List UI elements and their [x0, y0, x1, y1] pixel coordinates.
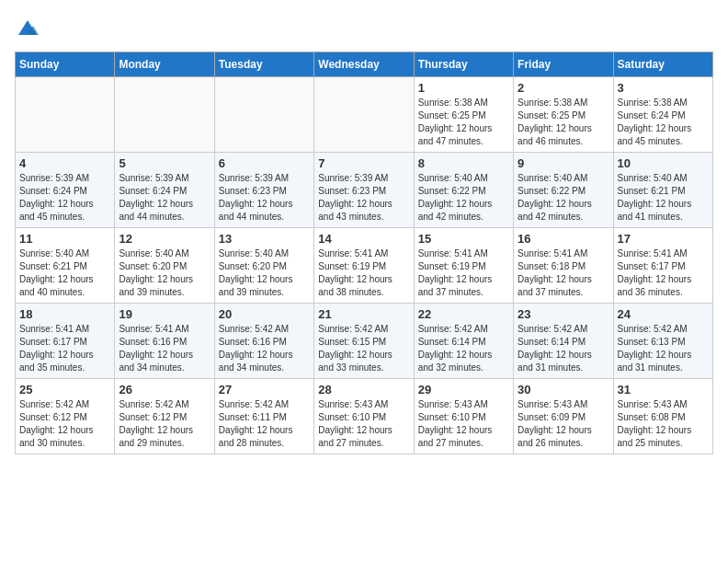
day-info: Sunrise: 5:38 AM Sunset: 6:25 PM Dayligh… — [418, 97, 509, 148]
day-info: Sunrise: 5:41 AM Sunset: 6:16 PM Dayligh… — [119, 323, 210, 374]
day-info: Sunrise: 5:43 AM Sunset: 6:10 PM Dayligh… — [318, 398, 409, 450]
calendar-day-header: Thursday — [414, 52, 513, 77]
calendar-cell: 12Sunrise: 5:40 AM Sunset: 6:20 PM Dayli… — [115, 228, 214, 304]
calendar-cell: 22Sunrise: 5:42 AM Sunset: 6:14 PM Dayli… — [414, 304, 513, 379]
calendar-cell: 24Sunrise: 5:42 AM Sunset: 6:13 PM Dayli… — [613, 304, 712, 379]
calendar-cell: 20Sunrise: 5:42 AM Sunset: 6:16 PM Dayli… — [214, 304, 313, 379]
calendar-cell: 21Sunrise: 5:42 AM Sunset: 6:15 PM Dayli… — [314, 304, 414, 379]
day-info: Sunrise: 5:39 AM Sunset: 6:24 PM Dayligh… — [19, 172, 110, 224]
calendar-cell: 16Sunrise: 5:41 AM Sunset: 6:18 PM Dayli… — [514, 228, 613, 304]
calendar-cell: 23Sunrise: 5:42 AM Sunset: 6:14 PM Dayli… — [514, 304, 613, 379]
calendar-cell: 1Sunrise: 5:38 AM Sunset: 6:25 PM Daylig… — [414, 77, 513, 153]
day-info: Sunrise: 5:40 AM Sunset: 6:21 PM Dayligh… — [618, 172, 709, 224]
day-number: 27 — [219, 383, 310, 396]
day-info: Sunrise: 5:41 AM Sunset: 6:19 PM Dayligh… — [318, 247, 409, 299]
calendar-cell — [314, 77, 414, 153]
day-number: 24 — [618, 307, 709, 321]
day-number: 13 — [219, 232, 310, 246]
day-number: 21 — [318, 307, 409, 321]
day-info: Sunrise: 5:42 AM Sunset: 6:14 PM Dayligh… — [518, 323, 609, 374]
day-info: Sunrise: 5:42 AM Sunset: 6:14 PM Dayligh… — [418, 323, 509, 374]
calendar-cell: 13Sunrise: 5:40 AM Sunset: 6:20 PM Dayli… — [214, 228, 313, 304]
logo — [15, 15, 42, 40]
day-number: 20 — [219, 307, 310, 321]
calendar-cell — [115, 77, 214, 153]
calendar-week-row: 11Sunrise: 5:40 AM Sunset: 6:21 PM Dayli… — [16, 228, 713, 304]
calendar-day-header: Sunday — [16, 52, 115, 77]
day-number: 14 — [318, 232, 409, 246]
calendar-cell: 31Sunrise: 5:43 AM Sunset: 6:08 PM Dayli… — [613, 379, 712, 454]
calendar-cell: 26Sunrise: 5:42 AM Sunset: 6:12 PM Dayli… — [115, 379, 214, 454]
day-number: 31 — [618, 383, 709, 396]
calendar-cell — [16, 77, 115, 153]
calendar-cell: 11Sunrise: 5:40 AM Sunset: 6:21 PM Dayli… — [16, 228, 115, 304]
day-number: 18 — [19, 307, 110, 321]
day-info: Sunrise: 5:41 AM Sunset: 6:19 PM Dayligh… — [418, 247, 509, 299]
day-info: Sunrise: 5:42 AM Sunset: 6:11 PM Dayligh… — [219, 398, 310, 450]
day-info: Sunrise: 5:40 AM Sunset: 6:22 PM Dayligh… — [418, 172, 509, 224]
logo-icon — [15, 15, 40, 40]
calendar-cell: 17Sunrise: 5:41 AM Sunset: 6:17 PM Dayli… — [613, 228, 712, 304]
day-number: 5 — [119, 156, 210, 170]
calendar-cell: 8Sunrise: 5:40 AM Sunset: 6:22 PM Daylig… — [414, 153, 513, 228]
calendar-day-header: Friday — [514, 52, 613, 77]
day-number: 12 — [119, 232, 210, 246]
calendar-cell: 25Sunrise: 5:42 AM Sunset: 6:12 PM Dayli… — [16, 379, 115, 454]
day-number: 17 — [618, 232, 709, 246]
day-number: 23 — [518, 307, 609, 321]
day-info: Sunrise: 5:39 AM Sunset: 6:24 PM Dayligh… — [119, 172, 210, 224]
day-number: 2 — [518, 81, 609, 95]
calendar-cell: 29Sunrise: 5:43 AM Sunset: 6:10 PM Dayli… — [414, 379, 513, 454]
page: SundayMondayTuesdayWednesdayThursdayFrid… — [0, 0, 728, 469]
calendar-day-header: Tuesday — [214, 52, 313, 77]
day-info: Sunrise: 5:40 AM Sunset: 6:22 PM Dayligh… — [518, 172, 609, 224]
day-number: 10 — [618, 156, 709, 170]
calendar-cell: 2Sunrise: 5:38 AM Sunset: 6:25 PM Daylig… — [514, 77, 613, 153]
day-number: 7 — [318, 156, 409, 170]
day-info: Sunrise: 5:41 AM Sunset: 6:17 PM Dayligh… — [19, 323, 110, 374]
calendar-cell: 5Sunrise: 5:39 AM Sunset: 6:24 PM Daylig… — [115, 153, 214, 228]
day-number: 6 — [219, 156, 310, 170]
calendar-cell: 9Sunrise: 5:40 AM Sunset: 6:22 PM Daylig… — [514, 153, 613, 228]
calendar-cell: 6Sunrise: 5:39 AM Sunset: 6:23 PM Daylig… — [214, 153, 313, 228]
day-info: Sunrise: 5:40 AM Sunset: 6:21 PM Dayligh… — [19, 247, 110, 299]
calendar-cell: 30Sunrise: 5:43 AM Sunset: 6:09 PM Dayli… — [514, 379, 613, 454]
calendar-cell: 15Sunrise: 5:41 AM Sunset: 6:19 PM Dayli… — [414, 228, 513, 304]
day-number: 28 — [318, 383, 409, 396]
day-info: Sunrise: 5:42 AM Sunset: 6:15 PM Dayligh… — [318, 323, 409, 374]
day-info: Sunrise: 5:42 AM Sunset: 6:13 PM Dayligh… — [618, 323, 709, 374]
day-number: 9 — [518, 156, 609, 170]
day-info: Sunrise: 5:40 AM Sunset: 6:20 PM Dayligh… — [219, 247, 310, 299]
day-info: Sunrise: 5:43 AM Sunset: 6:10 PM Dayligh… — [418, 398, 509, 450]
calendar-day-header: Wednesday — [314, 52, 414, 77]
calendar-cell: 7Sunrise: 5:39 AM Sunset: 6:23 PM Daylig… — [314, 153, 414, 228]
calendar-cell: 3Sunrise: 5:38 AM Sunset: 6:24 PM Daylig… — [613, 77, 712, 153]
day-info: Sunrise: 5:42 AM Sunset: 6:12 PM Dayligh… — [119, 398, 210, 450]
day-number: 15 — [418, 232, 509, 246]
day-number: 11 — [19, 232, 110, 246]
day-info: Sunrise: 5:42 AM Sunset: 6:16 PM Dayligh… — [219, 323, 310, 374]
day-info: Sunrise: 5:39 AM Sunset: 6:23 PM Dayligh… — [219, 172, 310, 224]
calendar-cell — [214, 77, 313, 153]
calendar-cell: 14Sunrise: 5:41 AM Sunset: 6:19 PM Dayli… — [314, 228, 414, 304]
calendar-week-row: 25Sunrise: 5:42 AM Sunset: 6:12 PM Dayli… — [16, 379, 713, 454]
day-info: Sunrise: 5:43 AM Sunset: 6:08 PM Dayligh… — [618, 398, 709, 450]
calendar-day-header: Monday — [115, 52, 214, 77]
day-info: Sunrise: 5:39 AM Sunset: 6:23 PM Dayligh… — [318, 172, 409, 224]
day-number: 30 — [518, 383, 609, 396]
day-number: 3 — [618, 81, 709, 95]
calendar-week-row: 1Sunrise: 5:38 AM Sunset: 6:25 PM Daylig… — [16, 77, 713, 153]
day-number: 16 — [518, 232, 609, 246]
day-number: 1 — [418, 81, 509, 95]
day-info: Sunrise: 5:40 AM Sunset: 6:20 PM Dayligh… — [119, 247, 210, 299]
calendar-cell: 27Sunrise: 5:42 AM Sunset: 6:11 PM Dayli… — [214, 379, 313, 454]
day-info: Sunrise: 5:43 AM Sunset: 6:09 PM Dayligh… — [518, 398, 609, 450]
day-info: Sunrise: 5:41 AM Sunset: 6:18 PM Dayligh… — [518, 247, 609, 299]
day-info: Sunrise: 5:42 AM Sunset: 6:12 PM Dayligh… — [19, 398, 110, 450]
calendar-cell: 19Sunrise: 5:41 AM Sunset: 6:16 PM Dayli… — [115, 304, 214, 379]
day-number: 26 — [119, 383, 210, 396]
page-header — [15, 15, 713, 40]
calendar-cell: 10Sunrise: 5:40 AM Sunset: 6:21 PM Dayli… — [613, 153, 712, 228]
calendar-cell: 18Sunrise: 5:41 AM Sunset: 6:17 PM Dayli… — [16, 304, 115, 379]
day-number: 22 — [418, 307, 509, 321]
